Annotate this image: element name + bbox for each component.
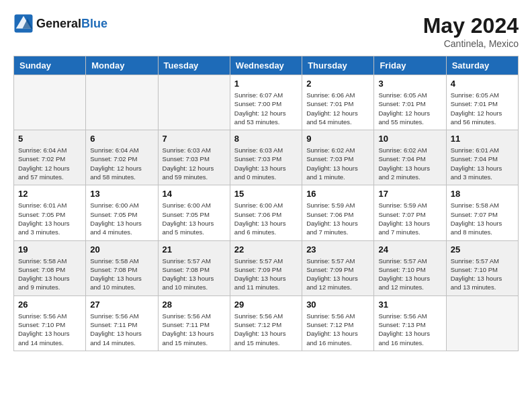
day-cell: 19Sunrise: 5:58 AM Sunset: 7:08 PM Dayli… bbox=[14, 240, 86, 295]
day-number: 12 bbox=[18, 189, 81, 199]
day-cell: 2Sunrise: 6:06 AM Sunset: 7:01 PM Daylig… bbox=[302, 75, 374, 130]
day-number: 8 bbox=[234, 134, 298, 144]
day-cell: 10Sunrise: 6:02 AM Sunset: 7:04 PM Dayli… bbox=[374, 130, 446, 185]
day-info: Sunrise: 5:57 AM Sunset: 7:09 PM Dayligh… bbox=[234, 257, 298, 292]
day-number: 13 bbox=[90, 189, 153, 199]
header-row: Sunday Monday Tuesday Wednesday Thursday… bbox=[14, 56, 519, 75]
day-info: Sunrise: 5:58 AM Sunset: 7:08 PM Dayligh… bbox=[18, 257, 81, 292]
day-info: Sunrise: 5:57 AM Sunset: 7:08 PM Dayligh… bbox=[163, 257, 226, 292]
day-cell bbox=[446, 295, 518, 351]
day-cell: 5Sunrise: 6:04 AM Sunset: 7:02 PM Daylig… bbox=[14, 130, 86, 185]
location: Cantinela, Mexico bbox=[423, 38, 519, 49]
day-cell: 7Sunrise: 6:03 AM Sunset: 7:03 PM Daylig… bbox=[158, 130, 230, 185]
day-info: Sunrise: 5:57 AM Sunset: 7:10 PM Dayligh… bbox=[451, 257, 514, 292]
day-cell: 20Sunrise: 5:58 AM Sunset: 7:08 PM Dayli… bbox=[86, 240, 158, 295]
day-info: Sunrise: 6:00 AM Sunset: 7:05 PM Dayligh… bbox=[163, 201, 226, 236]
week-row-5: 26Sunrise: 5:56 AM Sunset: 7:10 PM Dayli… bbox=[14, 295, 519, 351]
day-info: Sunrise: 5:59 AM Sunset: 7:07 PM Dayligh… bbox=[378, 201, 441, 236]
day-cell: 29Sunrise: 5:56 AM Sunset: 7:12 PM Dayli… bbox=[230, 295, 302, 351]
week-row-4: 19Sunrise: 5:58 AM Sunset: 7:08 PM Dayli… bbox=[14, 240, 519, 295]
week-row-2: 5Sunrise: 6:04 AM Sunset: 7:02 PM Daylig… bbox=[14, 130, 519, 185]
day-cell bbox=[86, 75, 158, 130]
day-number: 7 bbox=[163, 134, 226, 144]
day-number: 27 bbox=[90, 300, 153, 310]
day-info: Sunrise: 6:00 AM Sunset: 7:05 PM Dayligh… bbox=[90, 201, 153, 236]
day-info: Sunrise: 6:01 AM Sunset: 7:05 PM Dayligh… bbox=[18, 201, 81, 236]
day-number: 18 bbox=[451, 189, 514, 199]
day-cell: 3Sunrise: 6:05 AM Sunset: 7:01 PM Daylig… bbox=[374, 75, 446, 130]
day-info: Sunrise: 5:58 AM Sunset: 7:07 PM Dayligh… bbox=[451, 201, 514, 236]
day-cell: 18Sunrise: 5:58 AM Sunset: 7:07 PM Dayli… bbox=[446, 185, 518, 240]
calendar-table: Sunday Monday Tuesday Wednesday Thursday… bbox=[13, 56, 519, 351]
day-number: 9 bbox=[306, 134, 369, 144]
logo-text: GeneralBlue bbox=[36, 17, 107, 31]
day-number: 10 bbox=[378, 134, 441, 144]
day-number: 17 bbox=[378, 189, 441, 199]
day-cell: 6Sunrise: 6:04 AM Sunset: 7:02 PM Daylig… bbox=[86, 130, 158, 185]
day-cell: 28Sunrise: 5:56 AM Sunset: 7:11 PM Dayli… bbox=[158, 295, 230, 351]
day-number: 15 bbox=[234, 189, 298, 199]
header-tuesday: Tuesday bbox=[158, 56, 230, 75]
logo-icon bbox=[13, 13, 34, 34]
day-cell: 17Sunrise: 5:59 AM Sunset: 7:07 PM Dayli… bbox=[374, 185, 446, 240]
day-number: 19 bbox=[18, 244, 81, 255]
day-cell bbox=[158, 75, 230, 130]
page-header: GeneralBlue May 2024 Cantinela, Mexico bbox=[13, 13, 519, 49]
day-cell: 14Sunrise: 6:00 AM Sunset: 7:05 PM Dayli… bbox=[158, 185, 230, 240]
day-info: Sunrise: 6:02 AM Sunset: 7:03 PM Dayligh… bbox=[306, 146, 369, 181]
header-monday: Monday bbox=[86, 56, 158, 75]
day-cell: 23Sunrise: 5:57 AM Sunset: 7:09 PM Dayli… bbox=[302, 240, 374, 295]
header-friday: Friday bbox=[374, 56, 446, 75]
day-number: 30 bbox=[306, 300, 369, 310]
day-number: 26 bbox=[18, 300, 81, 310]
month-year: May 2024 bbox=[423, 13, 519, 38]
day-number: 14 bbox=[163, 189, 226, 199]
day-cell: 27Sunrise: 5:56 AM Sunset: 7:11 PM Dayli… bbox=[86, 295, 158, 351]
day-info: Sunrise: 6:00 AM Sunset: 7:06 PM Dayligh… bbox=[234, 201, 298, 236]
day-cell: 8Sunrise: 6:03 AM Sunset: 7:03 PM Daylig… bbox=[230, 130, 302, 185]
day-cell: 15Sunrise: 6:00 AM Sunset: 7:06 PM Dayli… bbox=[230, 185, 302, 240]
day-number: 21 bbox=[163, 244, 226, 255]
title-block: May 2024 Cantinela, Mexico bbox=[423, 13, 519, 49]
day-info: Sunrise: 5:57 AM Sunset: 7:09 PM Dayligh… bbox=[306, 257, 369, 292]
day-cell: 31Sunrise: 5:56 AM Sunset: 7:13 PM Dayli… bbox=[374, 295, 446, 351]
day-info: Sunrise: 6:02 AM Sunset: 7:04 PM Dayligh… bbox=[378, 146, 441, 181]
day-cell: 4Sunrise: 6:05 AM Sunset: 7:01 PM Daylig… bbox=[446, 75, 518, 130]
header-sunday: Sunday bbox=[14, 56, 86, 75]
day-cell: 12Sunrise: 6:01 AM Sunset: 7:05 PM Dayli… bbox=[14, 185, 86, 240]
day-info: Sunrise: 5:56 AM Sunset: 7:11 PM Dayligh… bbox=[163, 312, 226, 347]
day-number: 31 bbox=[378, 300, 441, 310]
day-info: Sunrise: 6:04 AM Sunset: 7:02 PM Dayligh… bbox=[90, 146, 153, 181]
day-info: Sunrise: 6:05 AM Sunset: 7:01 PM Dayligh… bbox=[451, 91, 514, 126]
calendar-header: Sunday Monday Tuesday Wednesday Thursday… bbox=[14, 56, 519, 75]
day-number: 3 bbox=[378, 79, 441, 89]
day-cell: 25Sunrise: 5:57 AM Sunset: 7:10 PM Dayli… bbox=[446, 240, 518, 295]
day-number: 6 bbox=[90, 134, 153, 144]
day-number: 25 bbox=[451, 244, 514, 255]
day-info: Sunrise: 6:03 AM Sunset: 7:03 PM Dayligh… bbox=[234, 146, 298, 181]
day-info: Sunrise: 5:56 AM Sunset: 7:10 PM Dayligh… bbox=[18, 312, 81, 347]
day-info: Sunrise: 6:05 AM Sunset: 7:01 PM Dayligh… bbox=[378, 91, 441, 126]
day-cell: 30Sunrise: 5:56 AM Sunset: 7:12 PM Dayli… bbox=[302, 295, 374, 351]
day-cell: 11Sunrise: 6:01 AM Sunset: 7:04 PM Dayli… bbox=[446, 130, 518, 185]
day-number: 11 bbox=[451, 134, 514, 144]
day-info: Sunrise: 5:56 AM Sunset: 7:12 PM Dayligh… bbox=[306, 312, 369, 347]
day-info: Sunrise: 5:56 AM Sunset: 7:13 PM Dayligh… bbox=[378, 312, 441, 347]
week-row-3: 12Sunrise: 6:01 AM Sunset: 7:05 PM Dayli… bbox=[14, 185, 519, 240]
day-info: Sunrise: 6:06 AM Sunset: 7:01 PM Dayligh… bbox=[306, 91, 369, 126]
day-number: 16 bbox=[306, 189, 369, 199]
day-number: 24 bbox=[378, 244, 441, 255]
day-info: Sunrise: 5:57 AM Sunset: 7:10 PM Dayligh… bbox=[378, 257, 441, 292]
calendar-body: 1Sunrise: 6:07 AM Sunset: 7:00 PM Daylig… bbox=[14, 75, 519, 351]
day-info: Sunrise: 6:01 AM Sunset: 7:04 PM Dayligh… bbox=[451, 146, 514, 181]
day-cell: 26Sunrise: 5:56 AM Sunset: 7:10 PM Dayli… bbox=[14, 295, 86, 351]
day-number: 28 bbox=[163, 300, 226, 310]
logo: GeneralBlue bbox=[13, 13, 107, 34]
day-info: Sunrise: 6:03 AM Sunset: 7:03 PM Dayligh… bbox=[163, 146, 226, 181]
day-number: 23 bbox=[306, 244, 369, 255]
day-number: 1 bbox=[234, 79, 298, 89]
day-info: Sunrise: 5:59 AM Sunset: 7:06 PM Dayligh… bbox=[306, 201, 369, 236]
day-number: 20 bbox=[90, 244, 153, 255]
day-cell: 1Sunrise: 6:07 AM Sunset: 7:00 PM Daylig… bbox=[230, 75, 302, 130]
header-saturday: Saturday bbox=[446, 56, 518, 75]
